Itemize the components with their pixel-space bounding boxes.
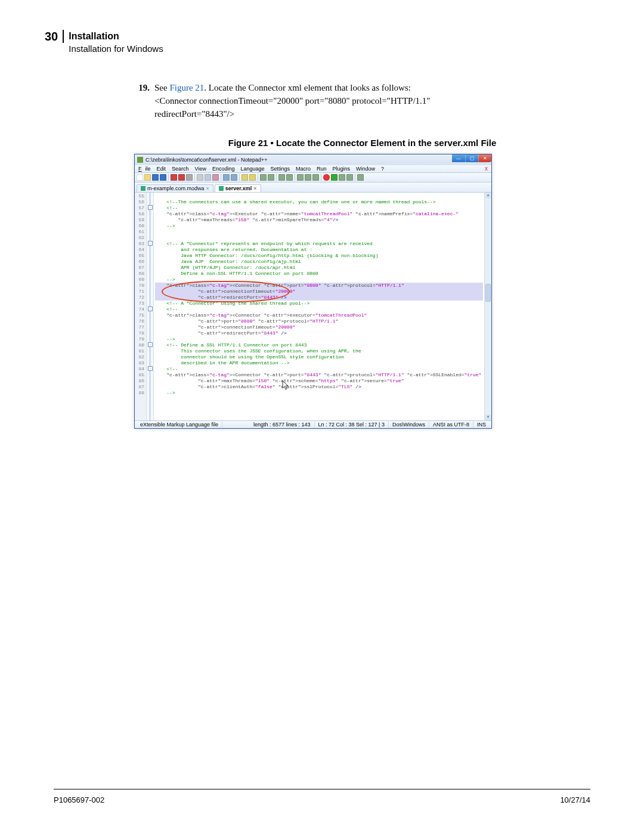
status-insert-mode: INS [473, 422, 490, 428]
close-all-icon[interactable] [178, 174, 185, 181]
page-number: 30 [45, 30, 64, 43]
scroll-thumb[interactable] [485, 284, 491, 302]
scroll-down-arrow-icon[interactable]: ▼ [485, 414, 491, 420]
fold-box-icon[interactable]: - [148, 306, 153, 311]
copy-icon[interactable] [205, 174, 211, 181]
status-position: Ln : 72 Col : 38 Sel : 127 | 3 [315, 422, 389, 428]
run-script-icon[interactable] [357, 174, 364, 181]
editor-area[interactable]: 5556575859606162636465666768697071727374… [135, 193, 491, 420]
file-icon [219, 186, 224, 191]
menu-window[interactable]: Window [355, 166, 376, 172]
close-file-icon[interactable] [171, 174, 177, 181]
toolbar-separator [239, 174, 240, 181]
vertical-scrollbar[interactable]: ▲ ▼ [484, 193, 491, 420]
toolbar [135, 173, 491, 182]
figure-caption: Figure 21 • Locate the Connector Element… [134, 137, 590, 149]
tab-active[interactable]: server.xml× [215, 184, 261, 192]
step-text: See Figure 21. Locate the Connector xml … [154, 82, 590, 94]
toolbar-separator [321, 174, 321, 181]
menu-search[interactable]: Search [171, 166, 190, 172]
toolbar-separator [276, 174, 277, 181]
header-subtitle: Installation for Windows [69, 43, 163, 55]
tab-close-icon[interactable]: × [206, 185, 209, 191]
page-footer: P1065697-002 10/27/14 [54, 795, 590, 804]
menu-language[interactable]: Language [239, 166, 265, 172]
figure-link[interactable]: Figure 21 [169, 83, 204, 92]
play-macro-icon[interactable] [331, 174, 338, 181]
tab-bar: m-example.com.modwa× server.xml× [135, 182, 491, 193]
toolbar-separator [194, 174, 195, 181]
connector-code-1: <Connector connectionTimeout="20000" por… [154, 95, 590, 107]
step-post: . Locate the Connector xml element that … [204, 83, 411, 92]
menu-view[interactable]: View [194, 166, 208, 172]
status-bar: eXtensible Markup Language file length :… [135, 420, 491, 428]
app-icon [137, 157, 143, 163]
close-button[interactable]: ✕ [478, 154, 491, 162]
scroll-up-arrow-icon[interactable]: ▲ [485, 193, 491, 199]
page-header: 30 Installation Installation for Windows [45, 30, 590, 55]
fold-box-icon[interactable]: - [148, 241, 153, 246]
fold-margin[interactable]: - - - - - [147, 193, 154, 420]
menu-file[interactable]: File [136, 166, 152, 172]
menu-run[interactable]: Run [315, 166, 328, 172]
sync-v-icon[interactable] [278, 174, 285, 181]
cut-icon[interactable] [197, 174, 203, 181]
tab-inactive[interactable]: m-example.com.modwa× [137, 184, 213, 192]
header-title: Installation [69, 30, 163, 43]
record-macro-icon[interactable] [323, 174, 330, 181]
status-encoding: ANSI as UTF-8 [429, 422, 473, 428]
fold-box-icon[interactable]: - [148, 366, 153, 371]
menu-edit[interactable]: Edit [156, 166, 168, 172]
sync-h-icon[interactable] [286, 174, 293, 181]
zoom-in-icon[interactable] [260, 174, 267, 181]
menubar: File Edit Search View Encoding Language … [135, 165, 491, 173]
find-icon[interactable] [242, 174, 248, 181]
show-all-chars-icon[interactable] [305, 174, 311, 181]
file-icon [141, 186, 145, 191]
menu-help[interactable]: ? [380, 166, 385, 172]
save-all-icon[interactable] [160, 174, 166, 181]
footer-doc-id: P1065697-002 [54, 795, 104, 804]
open-file-icon[interactable] [144, 174, 151, 181]
zoom-out-icon[interactable] [268, 174, 274, 181]
print-icon[interactable] [186, 174, 193, 181]
code-content[interactable]: <!--The connectors can use a shared exec… [154, 193, 484, 420]
menubar-close-icon[interactable]: x [484, 165, 489, 172]
fold-box-icon[interactable]: - [148, 205, 153, 210]
line-number-gutter: 5556575859606162636465666768697071727374… [135, 193, 147, 420]
connector-code-2: redirectPort="8443"/> [154, 108, 590, 120]
step-pre: See [154, 83, 169, 92]
menu-encoding[interactable]: Encoding [211, 166, 236, 172]
titlebar[interactable]: C:\zebra\linkos\tomcat\conf\server.xml -… [135, 154, 491, 165]
toolbar-separator [168, 174, 169, 181]
menu-plugins[interactable]: Plugins [332, 166, 352, 172]
step-number: 19. [134, 82, 154, 94]
menu-macro[interactable]: Macro [295, 166, 312, 172]
indent-guide-icon[interactable] [312, 174, 319, 181]
save-icon[interactable] [152, 174, 159, 181]
footer-date: 10/27/14 [560, 795, 590, 804]
toolbar-separator [355, 174, 355, 181]
toolbar-separator [258, 174, 258, 181]
maximize-button[interactable]: ▢ [465, 154, 478, 162]
minimize-button[interactable]: — [452, 154, 465, 162]
notepad-plus-plus-window: C:\zebra\linkos\tomcat\conf\server.xml -… [134, 154, 492, 429]
new-file-icon[interactable] [137, 174, 143, 181]
replace-icon[interactable] [249, 174, 256, 181]
step-19: 19. See Figure 21. Locate the Connector … [134, 82, 590, 94]
undo-icon[interactable] [223, 174, 230, 181]
redo-icon[interactable] [231, 174, 237, 181]
tab-close-icon[interactable]: × [253, 185, 256, 191]
footer-rule [54, 789, 590, 789]
status-length: length : 6577 lines : 143 [250, 422, 315, 428]
paste-icon[interactable] [212, 174, 219, 181]
status-eol: Dos\Windows [389, 422, 429, 428]
toolbar-separator [295, 174, 295, 181]
mouse-cursor-icon [282, 380, 290, 391]
save-macro-icon[interactable] [346, 174, 353, 181]
toolbar-separator [221, 174, 221, 181]
fold-box-icon[interactable]: - [148, 342, 153, 347]
wrap-icon[interactable] [297, 174, 304, 181]
menu-settings[interactable]: Settings [270, 166, 292, 172]
play-multiple-icon[interactable] [339, 174, 345, 181]
